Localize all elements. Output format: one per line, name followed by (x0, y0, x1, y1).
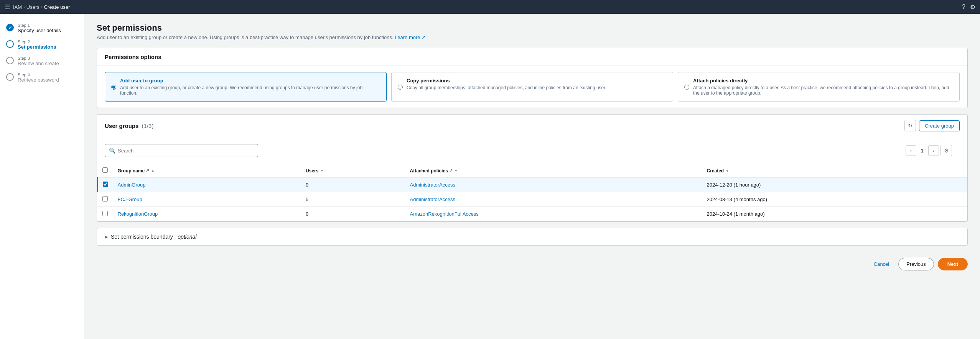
perm-option-add-to-group[interactable]: Add user to group Add user to an existin… (105, 72, 387, 102)
steps-sidebar: ✓ Step 1 Specify user details Step 2 Set… (0, 14, 84, 339)
sort-icon-users: ▼ (320, 169, 324, 173)
prev-page-button-top[interactable]: ‹ (906, 145, 916, 156)
row-fcj-checkbox-cell (98, 192, 113, 207)
step-circle-1: ✓ (6, 24, 14, 31)
step-item-1[interactable]: ✓ Step 1 Specify user details (6, 23, 78, 33)
step-item-3[interactable]: Step 3 Review and create (6, 56, 78, 66)
table-settings-icon: ⚙ (944, 147, 949, 154)
rekognition-group-link[interactable]: RekognitionGroup (118, 211, 158, 217)
th-checkbox (98, 164, 113, 177)
row-rekognition-group-name: RekognitionGroup (113, 207, 301, 221)
row-fcj-users: 5 (301, 192, 405, 207)
breadcrumb-users[interactable]: Users (26, 4, 40, 10)
sort-icon-policies: ▼ (454, 169, 458, 173)
step-circle-4 (6, 73, 14, 81)
select-all-checkbox[interactable] (102, 167, 108, 173)
step-name-4: Retrieve password (18, 77, 59, 83)
perm-option-attach-policies[interactable]: Attach policies directly Attach a manage… (678, 72, 960, 102)
step-label-group-1: Step 1 Specify user details (18, 23, 61, 33)
perm-option-title-copy: Copy permissions (407, 78, 606, 84)
row-fcj-policies: AdministratorAccess (405, 192, 702, 207)
breadcrumb-iam[interactable]: IAM (13, 4, 22, 10)
step-name-1: Specify user details (18, 28, 61, 33)
refresh-icon: ↻ (908, 123, 912, 129)
permissions-boundary-title: Set permissions boundary - optional (111, 234, 196, 240)
perm-radio-attach-policies[interactable] (684, 79, 689, 96)
cancel-button[interactable]: Cancel (868, 258, 894, 270)
perm-radio-copy-permissions[interactable] (398, 79, 403, 96)
main-content: Set permissions Add user to an existing … (84, 14, 980, 339)
learn-more-link[interactable]: Learn more ↗ (395, 34, 426, 40)
permissions-options-card: Permissions options Add user to group Ad… (97, 48, 968, 108)
hamburger-icon[interactable]: ☰ (5, 3, 10, 11)
step-item-2[interactable]: Step 2 Set permissions (6, 39, 78, 50)
ug-header: User groups (1/3) ↻ Create group (97, 115, 967, 137)
th-users[interactable]: Users ▼ (301, 164, 405, 177)
row-fcj-created: 2024-08-13 (4 months ago) (702, 192, 967, 207)
step-number-4: Step 4 (18, 72, 59, 77)
top-nav: ☰ IAM › Users › Create user ? ⚙ (0, 0, 980, 14)
step-label-group-3: Step 3 Review and create (18, 56, 59, 66)
table-settings-button[interactable]: ⚙ (940, 145, 952, 156)
rekognition-policy-link[interactable]: AmazonRekognitionFullAccess (410, 211, 479, 217)
next-page-button-top[interactable]: › (928, 145, 939, 156)
ug-count: (1/3) (142, 123, 154, 129)
perm-radio-add-to-group[interactable] (111, 79, 116, 96)
row-admin-group-name: AdminGroup (113, 177, 301, 192)
page-title: Set permissions (97, 23, 968, 33)
settings-icon[interactable]: ⚙ (970, 3, 975, 11)
step-circle-2 (6, 40, 14, 48)
table-row[interactable]: AdminGroup 0 AdministratorAccess 2024-12… (98, 177, 968, 192)
ug-actions: ↻ Create group (904, 120, 960, 131)
perm-option-copy-permissions[interactable]: Copy permissions Copy all group membersh… (391, 72, 673, 102)
perm-option-title-attach: Attach policies directly (693, 78, 953, 84)
row-admin-checkbox-cell (98, 177, 113, 192)
row-admin-checkbox[interactable] (103, 182, 108, 187)
next-button[interactable]: Next (938, 258, 968, 270)
row-admin-created: 2024-12-20 (1 hour ago) (702, 177, 967, 192)
step-circle-3 (6, 57, 14, 64)
step-label-group-4: Step 4 Retrieve password (18, 72, 59, 83)
admin-policy-link[interactable]: AdministratorAccess (410, 182, 455, 188)
breadcrumb-sep-1: › (23, 5, 25, 9)
step-number-2: Step 2 (18, 39, 56, 44)
table-row[interactable]: RekognitionGroup 0 AmazonRekognitionFull… (98, 207, 968, 221)
permissions-boundary-header[interactable]: ▶ Set permissions boundary - optional (97, 228, 967, 245)
help-icon[interactable]: ? (962, 3, 965, 10)
permissions-options-list: Add user to group Add user to an existin… (105, 72, 960, 102)
breadcrumb-sep-2: › (41, 5, 43, 9)
footer-actions: Cancel Previous Next (97, 252, 968, 277)
th-created[interactable]: Created ▼ (702, 164, 967, 177)
page-subtitle: Add user to an existing group or create … (97, 34, 968, 40)
sort-icon-group-name: ▲ (151, 169, 155, 173)
fcj-policy-link[interactable]: AdministratorAccess (410, 197, 455, 202)
step-number-3: Step 3 (18, 56, 59, 61)
policies-external-icon: ↗ (449, 168, 453, 173)
row-admin-users: 0 (301, 177, 405, 192)
subtitle-text: Add user to an existing group or create … (97, 34, 394, 40)
previous-button[interactable]: Previous (898, 258, 934, 270)
step-number-1: Step 1 (18, 23, 61, 28)
page-wrapper: ✓ Step 1 Specify user details Step 2 Set… (0, 14, 980, 339)
table-row[interactable]: FCJ-Group 5 AdministratorAccess 2024-08-… (98, 192, 968, 207)
search-icon: 🔍 (109, 147, 115, 154)
next-icon-top: › (933, 148, 934, 153)
row-rekognition-checkbox[interactable] (102, 211, 108, 216)
th-attached-policies[interactable]: Attached policies ↗ ▼ (405, 164, 702, 177)
row-admin-policies: AdministratorAccess (405, 177, 702, 192)
step-item-4[interactable]: Step 4 Retrieve password (6, 72, 78, 83)
row-rekognition-checkbox-cell (98, 207, 113, 221)
row-fcj-checkbox[interactable] (102, 196, 108, 201)
ug-search: 🔍 ‹ 1 › ⚙ (97, 137, 967, 164)
th-group-name[interactable]: Group name ↗ ▲ (113, 164, 301, 177)
create-group-button[interactable]: Create group (919, 120, 960, 131)
step-name-3: Review and create (18, 61, 59, 66)
table-header: Group name ↗ ▲ Users ▼ (98, 164, 968, 177)
admin-group-link[interactable]: AdminGroup (118, 182, 146, 188)
fcj-group-link[interactable]: FCJ-Group (118, 197, 142, 202)
prev-icon-top: ‹ (910, 148, 912, 153)
external-link-icon: ↗ (422, 34, 426, 40)
ug-title: User groups (1/3) (105, 123, 153, 129)
search-input[interactable] (118, 148, 254, 154)
refresh-button[interactable]: ↻ (904, 120, 916, 131)
